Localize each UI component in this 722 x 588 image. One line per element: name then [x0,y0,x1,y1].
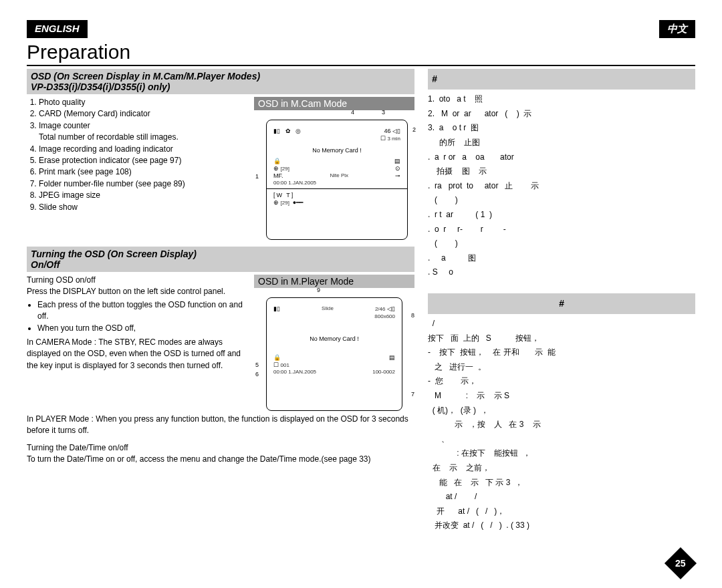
list-item: Image recording and loading indicator [39,144,247,155]
manual-page: ENGLISH 中文 Preparation OSD (On Screen Di… [0,0,722,588]
tab-english: ENGLISH [27,20,88,38]
para-line: In CAMERA Mode : The STBY, REC modes are… [27,337,247,372]
section2-heading-line1: Turning the OSD (On Screen Display) [31,249,410,259]
no-card-msg: No Memory Card ! [273,335,395,342]
rec-time: ☐ 3 min [273,135,400,142]
para-line: In PLAYER Mode : When you press any func… [27,414,414,437]
page-title: Preparation [27,41,695,66]
battery-icon: ▮▯ ✿ ◎ [273,128,301,134]
language-tabs: ENGLISH 中文 [27,20,695,38]
callout-3: 3 [382,109,385,116]
para-bullet: Each press of the button toggles the OSD… [37,299,247,323]
section2-heading-line2: On/Off [31,259,410,270]
diagram-mplayer: OSD in M.Player Mode 5 6 7 8 9 ▮▯ Slide [254,275,414,411]
nite-pix: Nite Pix [330,172,348,179]
list-item: Slide show [39,202,247,213]
list-item: Folder number-file number (see page 89) [39,178,247,190]
battery-icon: ▮▯ [273,305,280,312]
datetime: 00:00 1.JAN.2005 [273,369,316,375]
slide-label: Slide [322,305,334,312]
diagram-mplayer-screen: ▮▯ Slide 2/46 ◁▯ 800x600 No Memory Card … [266,297,402,411]
section1-heading-cn: # [428,69,695,90]
list-item: Print mark (see page 108) [39,166,247,178]
callout-2: 2 [412,126,416,133]
para-title: Turning OSD on/off [27,275,247,286]
callout-8: 8 [411,312,414,319]
datetime: 00:00 1.JAN.2005 [273,180,400,186]
section1-heading-line1: OSD (On Screen Display in M.Cam/M.Player… [31,71,410,82]
list-item: CARD (Memory Card) indicator [39,108,247,120]
callout-7: 7 [411,391,414,398]
cn-list2: / 按下 面 上的 S 按钮， - 按下 按钮， 在 开和 示 能 之 进行一 … [428,317,695,533]
lock-icon: 🔒 [273,158,281,164]
para-bullet: When you turn the OSD off, [37,323,247,334]
cn-list1: 1. oto a t 照 2. M or ar ator ( ) 示 3. a … [428,92,695,280]
page-number: 25 [675,558,686,569]
list-item: Erase protection indicator (see page 97) [39,155,247,166]
folder-num: 001 [281,362,289,368]
osd-onoff-text: Turning OSD on/off Press the DISPLAY but… [27,275,247,411]
file-num: 100-0002 [372,369,395,375]
english-column: OSD (On Screen Display in M.Cam/M.Player… [27,69,414,533]
chinese-column: # 1. oto a t 照 2. M or ar ator ( ) 示 3. … [428,69,695,533]
section1-heading: OSD (On Screen Display in M.Cam/M.Player… [27,69,414,94]
zoom-bar: [W T] [273,192,400,198]
resolution: 800x600 [273,313,395,319]
para-line: To turn the Date/Time on or off, access … [27,454,414,465]
callout-4: 4 [351,109,354,116]
section1-heading-line2: VP-D353(i)/D354(i)/D355(i) only) [31,82,410,92]
callout-6: 6 [255,371,259,378]
diagram-mcam-title: OSD in M.Cam Mode [254,97,414,110]
callout-9: 9 [317,287,320,293]
para-title: Turning the Date/Time on/off [27,442,414,454]
list-item: JPEG image size [39,190,247,201]
para-line: Press the DISPLAY button on the left sid… [27,286,247,297]
list-item: Image counterTotal number of recordable … [39,120,247,144]
osd-feature-list: Photo quality CARD (Memory Card) indicat… [27,97,247,240]
mf-label: MF. [273,172,283,179]
diagram-mplayer-title: OSD in M.Player Mode [254,275,414,288]
callout-1: 1 [255,173,259,180]
tab-chinese: 中文 [659,20,695,38]
diagram-mcam: OSD in M.Cam Mode 1 2 3 4 ▮▯ ✿ ◎ 46 ◁▯ ☐… [254,97,414,240]
diagram-mcam-screen: ▮▯ ✿ ◎ 46 ◁▯ ☐ 3 min No Memory Card ! 🔒▤… [266,120,408,240]
section2-heading-cn: # [428,293,695,314]
list-item: Photo quality [39,97,247,108]
lock-icon: 🔒 [273,354,281,361]
callout-5: 5 [255,361,259,368]
osd-onoff-text-cont: In PLAYER Mode : When you press any func… [27,414,414,466]
section2-heading: Turning the OSD (On Screen Display) On/O… [27,247,414,272]
no-card-msg: No Memory Card ! [273,147,400,154]
